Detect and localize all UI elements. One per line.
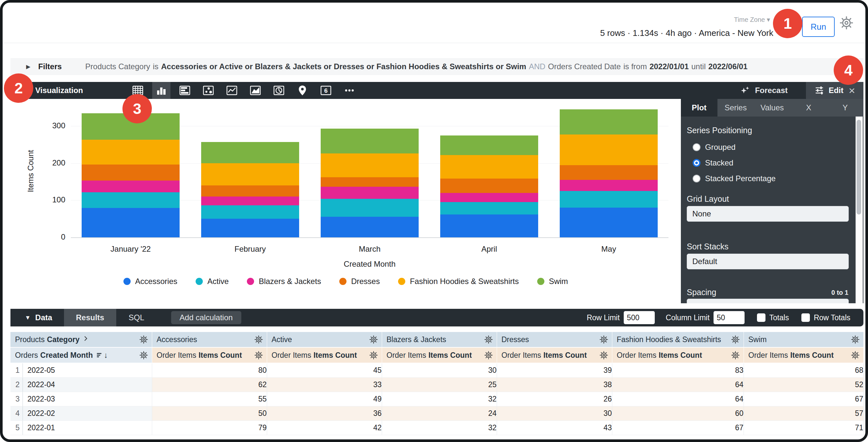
grid-layout-select[interactable]: None [687,206,849,222]
panel-scrollbar-thumb[interactable] [857,120,861,215]
radio-option-grouped[interactable]: Grouped [693,143,736,152]
tab-x[interactable]: X [790,99,827,117]
edit-panel-tabs: PlotSeriesValuesXY [681,99,863,117]
tab-plot[interactable]: Plot [681,99,717,117]
panel-scrollbar-track[interactable] [856,117,863,303]
spacing-input[interactable] [687,299,849,303]
tab-values[interactable]: Values [754,99,790,117]
spacing-range-note: 0 to 1 [831,289,848,296]
annotation-badge-3: 3 [122,94,152,123]
radio-icon[interactable] [693,175,701,183]
radio-label: Stacked Percentage [705,174,776,183]
radio-icon[interactable] [693,143,701,151]
radio-option-stacked[interactable]: Stacked [693,158,734,167]
series-positioning-heading: Series Positioning [687,126,752,135]
annotation-badge-4: 4 [834,56,863,85]
sort-stacks-select[interactable]: Default [687,254,849,269]
radio-icon[interactable] [693,159,701,167]
radio-option-stacked-percentage[interactable]: Stacked Percentage [693,174,776,183]
tab-series[interactable]: Series [717,99,754,117]
spacing-heading: Spacing [687,288,716,297]
annotation-badge-1: 1 [773,9,802,38]
screenshot-stage: Time Zone ▾ 5 rows · 1.134s · 4h ago · A… [0,0,868,442]
sort-stacks-heading: Sort Stacks [687,242,728,251]
edit-panel: Series Positioning GroupedStackedStacked… [681,117,863,303]
tab-y[interactable]: Y [827,99,863,117]
radio-label: Stacked [705,158,734,167]
grid-layout-heading: Grid Layout [687,194,729,204]
radio-label: Grouped [705,143,736,152]
annotation-badge-2: 2 [4,73,33,103]
